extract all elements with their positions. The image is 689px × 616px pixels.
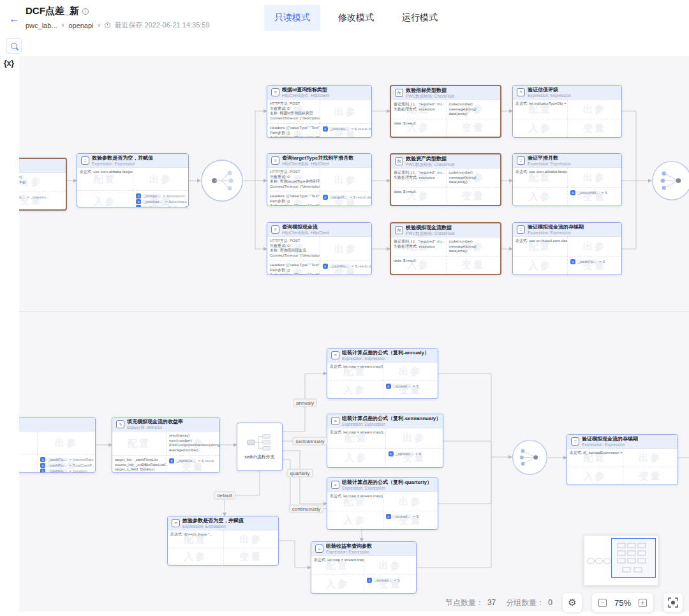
zoom-out-button[interactable]: − [598,599,607,607]
workspace-select[interactable]: pwc_lab... [26,22,57,29]
tab-edit-mode[interactable]: 修改模式 [328,5,384,31]
node-cell-bl: 入参 [327,380,383,398]
node-expr-formula-semiannualy[interactable]: =组装计算点差的公式（复利-semiannualy）Expression: Ex… [327,414,443,468]
node-expr-formula-quarterly[interactable]: =组装计算点差的公式（复利-quarterly）Expression: Expr… [327,477,438,530]
node-http-query-cashflow[interactable]: ≡查询模拟现金流HttpClient插件: HttpClient配置HTTP方法… [267,222,372,275]
node-cell-br: 变量 [446,256,501,274]
node-expr-yield-query-params[interactable]: =组装收益率查询参数Expression: Expression配置表达式: l… [311,541,417,594]
variable-icon: x [136,199,141,204]
node-check-asset-type[interactable]: fx效验资产类型数据PWC数据校验: CheckRule配置验证规则: [ { … [390,153,501,206]
node-http-query-indicator-type[interactable]: ≡根据id查询指标类型HttpClient插件: HttpClient配置HTT… [267,85,372,138]
node-split-circle[interactable] [200,159,244,202]
node-cell-tr: 出参 [320,237,372,260]
settings-button[interactable]: ⚙ [563,593,582,612]
config-line: data(array) [449,180,498,185]
node-subtitle: HttpClient插件: HttpClient [282,93,329,98]
node-cell-bl: 入参Headers: [{"valueType":"Text","n...Pat… [267,260,320,275]
node-meta: 组装收益率查询参数Expression: Expression [326,543,372,553]
node-title: 验证平滑月数 [528,155,571,161]
node-check-empty-assign-bottom[interactable]: =效验参数是否为空，并赋值Expression: Expression配置表达式… [167,516,279,566]
node-expr-valuation-rating[interactable]: =验证估值评级Expression: Expression配置表达式: let … [512,85,622,138]
config-line: message(string) [449,107,498,112]
scipy-plugin-icon: ∿ [116,420,124,428]
api-select[interactable]: openapi [68,22,93,29]
node-meta: 验证平滑月数Expression: Expression [528,155,571,165]
variable-icon: x [40,463,45,468]
node-expr-smooth-month[interactable]: =验证平滑月数Expression: Expression配置表达式: use … [512,153,622,206]
node-header: =组装计算点差的公式（复利-semiannualy）Expression: Ex… [327,414,443,428]
node-cell-bl: 入参 [513,187,567,206]
node-title: 组装计算点差的公式（复利-quarterly） [342,479,432,485]
node-http-query-targettype[interactable]: ≡查询targetType并找到平滑月数HttpClient插件: HttpCl… [267,153,372,206]
variable-badge: x_spread...=$ [386,384,436,389]
node-merge-circle-top[interactable] [651,160,689,201]
node-header: ≡根据id查询指标类型HttpClient插件: HttpClient [267,86,371,100]
node-title: 组装计算点差的公式（复利-annualy） [342,350,429,356]
equals-sign: = [27,195,30,199]
variable-panel-button[interactable]: {x} [4,59,14,68]
node-count-value: 37 [487,598,496,607]
variable-badge: x_cashFlo...=$.result.dat... [323,264,369,269]
node-cell-tl: 配置验证规则: [ { "required": tru...失败处理方式: ex… [391,237,446,256]
variable-badge: x_indicato...=&indicatorT... [136,205,186,207]
node-switch-branch[interactable]: switch流程分支 [237,423,283,471]
group-count-value: 0 [548,598,552,607]
cell-watermark: 变量 [239,551,262,563]
config-line: iPsdComponentVersion(string) [169,443,217,448]
minimap[interactable] [584,535,658,586]
node-cell-br: 变量x_cashFlo...=$.result [166,455,219,473]
node-scipy-fill-yield[interactable]: ∿填充模拟现金流的收益率scipy计算: interp1d配置出参result(… [112,417,220,473]
app-header: ← DCF点差_新 i pwc_lab... ∨ openapi ∨ 最近保存 … [0,0,689,36]
tab-run-mode[interactable]: 运行模式 [392,5,448,31]
fit-view-button[interactable] [663,593,683,612]
variable-name: _cashFlo... [329,264,350,268]
config-line: data(array) [449,112,498,117]
node-body: 配置表达式: let map = stream.map()...出参入参变量x_… [327,492,438,529]
equals-sign: = [602,191,604,195]
node-expr-cashflow-duration[interactable]: =验证模拟现金流的存续期Expression: Expression配置表达式:… [512,222,622,275]
info-icon[interactable]: i [82,8,89,15]
variable-value: _investm... [31,195,49,199]
node-body: 配置验证规则: [ { "required": tru...失败处理方式: ex… [391,100,500,137]
node-expr-formula-annualy[interactable]: =组装计算点差的公式（复利-annualy）Expression: Expres… [327,348,438,399]
variable-badge: x_targetT...=$.result.data [323,195,369,200]
back-button[interactable]: ← [9,13,20,26]
variable-badge: x_cashFlo...=$ [570,259,619,264]
node-title: 效验指标类型数据 [406,87,455,93]
node-body: 配置HTTP方法: POST失败重试: 0名称: 查询模拟现金流ConnectT… [267,237,371,275]
search-button[interactable] [6,38,22,54]
node-cell-tl: 配置表达式: use com.alibaba.fastjson... [77,168,133,190]
node-body: 配置HTTP方法: POST失败重试: 0名称: 根据id查询指标类型Conne… [267,100,371,138]
zoom-in-button[interactable]: + [639,599,647,607]
equals-sign: = [198,459,200,463]
config-line: Headers: [{"valueType":"Text","n... [270,126,317,131]
node-title: 查询模拟现金流 [282,224,329,230]
node-header: ≡查询模拟现金流HttpClient插件: HttpClient [267,223,371,237]
variable-icon: x [169,458,174,463]
node-check-indicator-type[interactable]: fx效验指标类型数据PWC数据校验: CheckRule配置验证规则: [ { … [390,85,501,138]
flow-canvas[interactable]: fx配置出参code(number)message(string)data(ar… [0,0,689,616]
variable-value: $.result.data [355,127,371,131]
config-line: HTTP方法: POST [270,170,317,175]
node-check-empty-assign-top[interactable]: =效验参数是否为空，并赋值Expression: Expression配置表达式… [77,153,189,207]
tab-readonly-mode[interactable]: 只读模式 [264,5,320,31]
node-cell-tl: 配置 [112,432,166,455]
node-subtitle: Expression: Expression [528,230,584,235]
cell-watermark: 出参 [334,243,357,255]
expr-plugin-icon: = [81,156,89,165]
config-line: 失败重试: 0 [270,244,317,249]
node-expr-duration-validate[interactable]: =验证模拟现金流的存续期Expression: Expression配置表达式:… [567,434,678,485]
minimap-viewport[interactable] [611,538,656,578]
config-line: 验证规则: [ { "required": tru... [394,239,443,244]
node-merge-circle-bottom[interactable] [512,439,548,476]
config-line: 验证规则: [ { "required": tru... [394,102,443,107]
node-check-cashflow[interactable]: fx校验模拟现金流数据PWC数据校验: CheckRule配置验证规则: [ {… [390,222,501,275]
config-line: code(number) [449,102,498,107]
config-line: message(string) [449,244,498,250]
node-title: 填充模拟现金流的收益率 [127,419,183,424]
config-line: 名称: 查询targetType并找到平滑... [270,179,317,184]
node-cell-tl: 配置表达式: let map = stream.map()... [311,556,364,575]
node-cell-br: 变量x_targetT...=$.result.data [320,192,372,206]
cell-watermark: 入参 [343,384,366,396]
http-plugin-icon: ≡ [271,156,279,165]
